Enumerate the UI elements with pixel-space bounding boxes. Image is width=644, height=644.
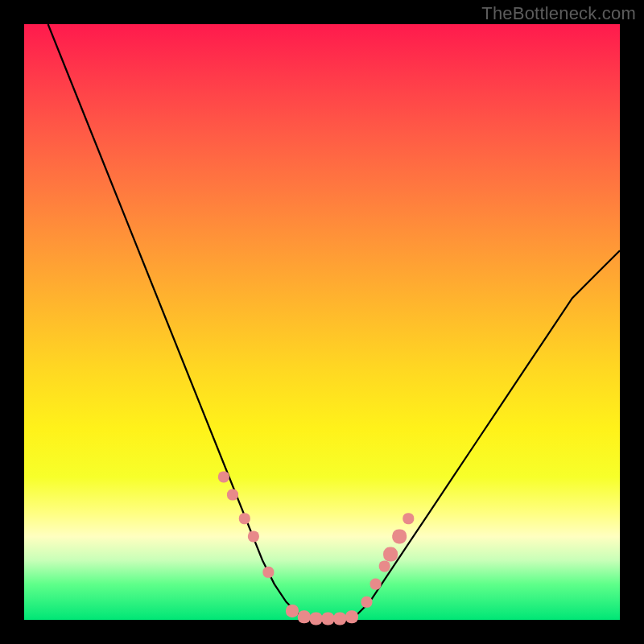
watermark-text: TheBottleneck.com — [481, 3, 636, 24]
curve-marker — [402, 513, 414, 524]
curve-marker — [370, 579, 382, 590]
curve-marker — [383, 547, 398, 562]
curve-marker — [248, 530, 259, 542]
curve-marker — [361, 597, 373, 608]
curve-marker — [262, 567, 274, 578]
curve-marker — [286, 605, 299, 617]
chart-frame: TheBottleneck.com — [0, 0, 644, 644]
curve-marker — [298, 610, 311, 623]
curve-marker — [345, 610, 358, 623]
curve-marker — [218, 471, 229, 482]
curve-marker — [239, 513, 250, 524]
curve-marker — [333, 613, 346, 625]
curve-marker — [310, 613, 323, 625]
bottleneck-curve — [24, 24, 620, 620]
curve-marker — [392, 529, 407, 543]
plot-area — [24, 24, 620, 620]
curve-marker — [379, 560, 390, 572]
curve-marker — [227, 489, 238, 501]
curve-marker — [321, 613, 334, 625]
